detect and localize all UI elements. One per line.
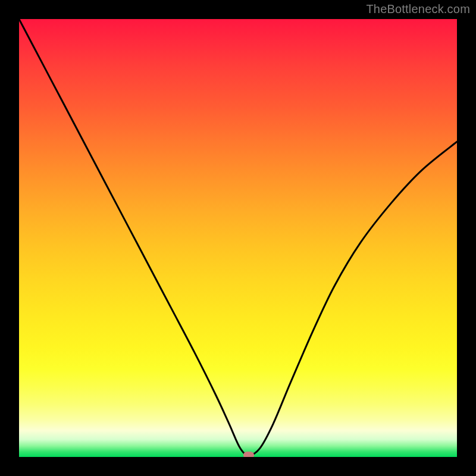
chart-frame: TheBottleneck.com xyxy=(0,0,476,476)
bottleneck-curve xyxy=(19,19,457,457)
plot-area xyxy=(19,19,457,457)
watermark-text: TheBottleneck.com xyxy=(366,2,470,16)
minimum-marker xyxy=(243,452,254,457)
